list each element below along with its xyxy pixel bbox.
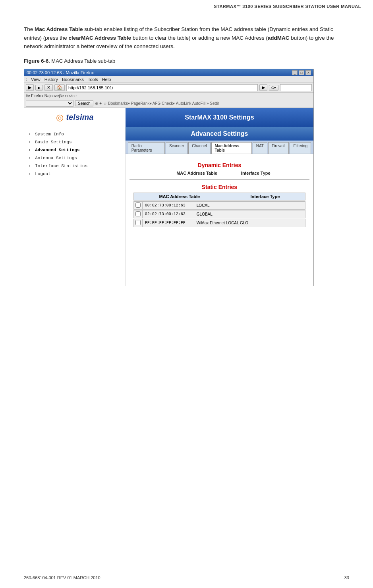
address-bar[interactable] bbox=[66, 84, 258, 91]
search-input[interactable] bbox=[280, 84, 312, 91]
sidebar-item-basic-settings[interactable]: › Basic Settings bbox=[24, 138, 125, 146]
browser-window: 00:02:73:00:12:63 - Mozilla Firefox _ □ … bbox=[24, 69, 314, 286]
static-table-header: MAC Address Table Interface Type bbox=[133, 193, 305, 200]
starmax-logo: ◎ telsima bbox=[24, 108, 126, 127]
menu-history[interactable]: History bbox=[44, 77, 58, 82]
sidebar-item-antenna-settings[interactable]: › Antenna Settings bbox=[24, 154, 125, 162]
sidebar-item-logout[interactable]: › Logout bbox=[24, 170, 125, 178]
row-checkbox[interactable] bbox=[134, 210, 143, 218]
section-divider bbox=[129, 179, 309, 180]
browser-titlebar: 00:02:73:00:12:63 - Mozilla Firefox _ □ … bbox=[24, 69, 313, 76]
checkbox[interactable] bbox=[135, 211, 141, 216]
intro-text-before-bold1: The bbox=[24, 26, 35, 32]
figure-caption-text: MAC Address Table sub-tab bbox=[50, 58, 116, 64]
tab-scanner[interactable]: Scanner bbox=[166, 142, 187, 154]
dynamic-entries-title: Dynamic Entries bbox=[129, 162, 309, 168]
sidebar-item-advanced-settings[interactable]: › Advanced Settings bbox=[24, 146, 125, 154]
menu-bookmarks[interactable]: Bookmarks bbox=[62, 77, 84, 82]
menu-tools[interactable]: Tools bbox=[88, 77, 98, 82]
starmax-app: ◎ telsima StarMAX 3100 Settings › System… bbox=[24, 108, 313, 286]
maximize-button[interactable]: □ bbox=[299, 70, 304, 75]
intro-bold2: clearMAC Address Table bbox=[69, 35, 131, 41]
browser-title: 00:02:73:00:12:63 - Mozilla Firefox bbox=[27, 70, 94, 75]
sidebar-item-system-info[interactable]: › System Info bbox=[24, 130, 125, 138]
menu-colon: : bbox=[26, 77, 27, 82]
sidebar-label-system-info: System Info bbox=[35, 132, 64, 137]
table-row: 02:02:73:00:12:63 GLOBAL bbox=[133, 210, 305, 218]
sidebar-item-interface-statistics[interactable]: › Interface Statistics bbox=[24, 162, 125, 170]
sidebar-label-antenna-settings: Antenna Settings bbox=[35, 156, 77, 160]
table-row: 00:02:73:00:12:63 LOCAL bbox=[133, 201, 305, 210]
static-table: MAC Address Table Interface Type 00:02:7… bbox=[133, 193, 305, 227]
dynamic-table-header: MAC Address Table Interface Type bbox=[129, 171, 309, 175]
dynamic-col1-header: MAC Address Table bbox=[176, 171, 217, 175]
row-checkbox[interactable] bbox=[134, 219, 143, 227]
tab-firewall[interactable]: Firewall bbox=[268, 142, 289, 154]
bullet-icon: › bbox=[28, 132, 31, 137]
checkbox[interactable] bbox=[135, 220, 141, 225]
starmax-title-bar: StarMAX 3100 Settings bbox=[126, 108, 313, 127]
tab-nat[interactable]: NAT bbox=[253, 142, 267, 154]
bullet-icon: › bbox=[28, 156, 31, 160]
tab-radio-parameters[interactable]: Radio Parameters bbox=[128, 142, 165, 154]
google-button[interactable]: G▾ bbox=[269, 85, 278, 91]
starmax-tabs: Radio Parameters Scanner Channel Mac Add… bbox=[126, 141, 313, 154]
checkbox[interactable] bbox=[135, 202, 141, 208]
mac-address-cell: 02:02:73:00:12:63 bbox=[143, 211, 194, 217]
bullet-icon: › bbox=[28, 172, 31, 176]
browser-controls: _ □ ✕ bbox=[292, 70, 311, 75]
browser-toolbar2: Search ⊕ ✦ ☆ Bookmarks▾ PageRank▾ AFG Ch… bbox=[24, 99, 313, 108]
home-button[interactable]: 🏠 bbox=[54, 84, 65, 91]
bullet-icon: › bbox=[28, 148, 31, 152]
sidebar-label-basic-settings: Basic Settings bbox=[35, 140, 72, 145]
starmax-main: Advanced Settings Radio Parameters Scann… bbox=[126, 127, 313, 286]
figure-caption: Figure 6-6. MAC Address Table sub-tab bbox=[24, 58, 349, 64]
toolbar2-extras: ⊕ ✦ ☆ Bookmarks▾ PageRank▾ AFG Check▾ Au… bbox=[95, 101, 219, 106]
forward-button[interactable]: ▶ bbox=[35, 85, 43, 91]
intro-text-after-bold2: button to clear the table) or adding a n… bbox=[131, 35, 268, 41]
static-col2-header: Interface Type bbox=[251, 194, 280, 199]
go-button[interactable]: ▶ bbox=[259, 84, 267, 91]
back-button[interactable]: ▶ bbox=[26, 84, 34, 91]
starmax-header: ◎ telsima StarMAX 3100 Settings bbox=[24, 108, 313, 127]
intro-paragraph: The Mac Address Table sub-tab enables li… bbox=[24, 25, 349, 51]
dynamic-col2-header: Interface Type bbox=[241, 171, 271, 175]
page-header: STARMAX™ 3100 SERIES SUBSCRIBER STATION … bbox=[0, 0, 373, 13]
interface-type-cell: GLOBAL bbox=[194, 211, 215, 217]
bookmarks-bar: če Firefox Najnovejše novice bbox=[24, 93, 313, 99]
advanced-settings-heading: Advanced Settings bbox=[126, 127, 313, 141]
starmax-body: › System Info › Basic Settings › Advance… bbox=[24, 127, 313, 286]
bullet-icon: › bbox=[28, 164, 31, 168]
mac-address-cell: FF:FF:FF:FF:FF:FF bbox=[143, 220, 194, 226]
minimize-button[interactable]: _ bbox=[292, 70, 298, 75]
close-button[interactable]: ✕ bbox=[305, 70, 311, 75]
tab-filtering[interactable]: Filtering bbox=[290, 142, 311, 154]
bullet-icon: › bbox=[28, 140, 31, 145]
toolbar2-select[interactable] bbox=[26, 100, 73, 107]
menu-view[interactable]: View bbox=[31, 77, 41, 82]
footer-right: 33 bbox=[344, 575, 349, 580]
starmax-sidebar: › System Info › Basic Settings › Advance… bbox=[24, 127, 126, 286]
intro-bold3: addMAC bbox=[268, 35, 290, 41]
tab-channel[interactable]: Channel bbox=[188, 142, 210, 154]
search-button[interactable]: Search bbox=[75, 100, 93, 106]
page-heading-text: Advanced Settings bbox=[191, 130, 248, 137]
figure-label: Figure 6-6. bbox=[24, 58, 50, 64]
menu-help[interactable]: Help bbox=[102, 77, 111, 82]
sidebar-label-interface-statistics: Interface Statistics bbox=[35, 164, 87, 168]
table-row: FF:FF:FF:FF:FF:FF WiMax Ethernet LOCAL G… bbox=[133, 219, 305, 227]
static-entries-title: Static Entries bbox=[129, 184, 309, 190]
interface-type-cell: LOCAL bbox=[194, 202, 212, 208]
sidebar-label-logout: Logout bbox=[35, 172, 51, 176]
telsima-logo-text: telsima bbox=[66, 113, 93, 122]
static-col1-header: MAC Address Table bbox=[159, 194, 200, 199]
page-footer: 260-668104-001 REV 01 MARCH 2010 33 bbox=[24, 572, 349, 580]
starmax-title: StarMAX 3100 Settings bbox=[185, 114, 254, 121]
mac-address-cell: 00:02:73:00:12:63 bbox=[143, 202, 194, 208]
row-checkbox[interactable] bbox=[134, 202, 143, 209]
stop-button[interactable]: ✕ bbox=[44, 84, 53, 91]
telsima-icon: ◎ bbox=[56, 112, 64, 123]
sidebar-label-advanced-settings: Advanced Settings bbox=[35, 148, 79, 152]
interface-type-cell: WiMax Ethernet LOCAL GLO bbox=[194, 220, 251, 226]
tab-mac-address-table[interactable]: Mac Address Table bbox=[211, 142, 252, 154]
